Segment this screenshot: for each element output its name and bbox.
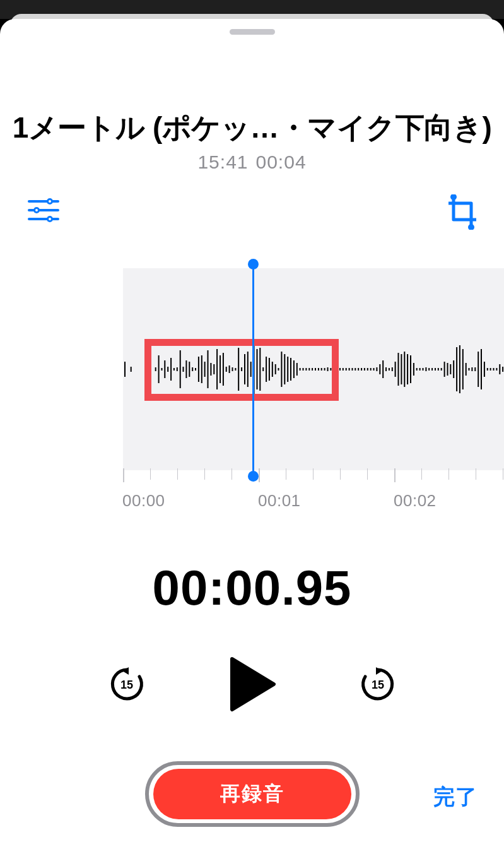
time-ruler: 00:0000:0100:02: [123, 468, 504, 487]
done-button[interactable]: 完了: [433, 783, 478, 812]
svg-point-8: [49, 218, 51, 220]
svg-point-10: [468, 224, 474, 230]
waveform-track[interactable]: [0, 268, 504, 470]
crop-icon[interactable]: [446, 194, 479, 232]
selection-highlight: [144, 339, 339, 401]
svg-text:15: 15: [371, 679, 384, 691]
settings-icon[interactable]: [28, 197, 59, 226]
svg-point-7: [35, 209, 38, 211]
recording-title[interactable]: 1メートル (ポケッ…・マイク下向き): [0, 109, 504, 148]
playback-position-time: 00:00.95: [0, 559, 504, 617]
play-button[interactable]: [227, 656, 278, 715]
playhead-handle-top[interactable]: [248, 259, 259, 270]
svg-point-6: [49, 200, 51, 203]
record-button-ring: 再録音: [145, 761, 360, 827]
recording-time: 15:41: [197, 151, 248, 172]
skip-back-15-button[interactable]: 15: [108, 666, 145, 705]
svg-text:15: 15: [120, 679, 132, 691]
svg-point-9: [450, 194, 457, 200]
record-button[interactable]: 再録音: [153, 769, 351, 819]
recording-meta: 15:4100:04: [0, 151, 504, 173]
playhead[interactable]: [252, 264, 254, 479]
sheet-grabber[interactable]: [230, 29, 275, 35]
editor-sheet: 1メートル (ポケッ…・マイク下向き) 15:4100:04: [0, 19, 504, 866]
playback-controls: 15 15: [0, 656, 504, 715]
recording-duration: 00:04: [256, 151, 307, 172]
skip-forward-15-button[interactable]: 15: [360, 666, 396, 705]
record-button-container: 再録音: [145, 761, 360, 827]
